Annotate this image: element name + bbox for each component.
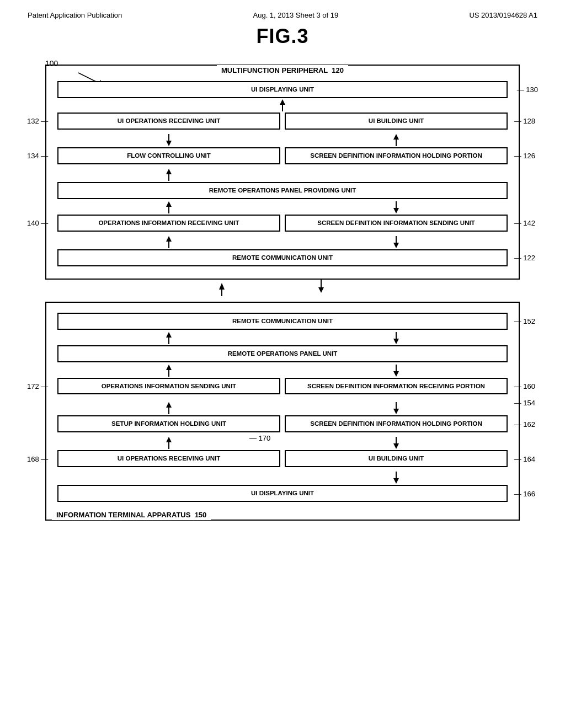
remote-ops-panel-unit-section: REMOTE OPERATIONS PANEL UNIT [57, 345, 508, 362]
remote-ops-panel-providing-block: REMOTE OPERATIONS PANEL PROVIDING UNIT [57, 182, 508, 199]
ref-152: — 152 [514, 317, 535, 325]
svg-marker-33 [393, 409, 399, 414]
screen-def-sending-block: SCREEN DEFINITION INFORMATION SENDING UN… [285, 215, 508, 232]
ref-162: — 162 [514, 420, 535, 428]
ref-172: 172 — [27, 382, 48, 390]
row-ops-screendefsend: OPERATIONS INFORMATION RECEIVING UNIT SC… [57, 215, 508, 232]
ui-displaying-unit-block: UI DISPLAYING UNIT [57, 81, 508, 98]
ref-126: — 126 [514, 152, 535, 160]
ui-building2-block: UI BUILDING UNIT [285, 450, 508, 467]
screen-def-holding-block: SCREEN DEFINITION INFORMATION HOLDING PO… [285, 147, 508, 164]
svg-marker-37 [393, 443, 399, 449]
ref-164: — 164 [514, 454, 535, 463]
svg-marker-29 [393, 371, 399, 377]
screen-def-receiving-block: SCREEN DEFINITION INFORMATION RECEIVING … [285, 378, 508, 395]
arrows-row3 [57, 201, 508, 213]
svg-marker-35 [166, 437, 172, 442]
row-ui-ops-uibuild: UI OPERATIONS RECEIVING UNIT UI BUILDING… [57, 113, 508, 130]
page-header: Patent Application Publication Aug. 1, 2… [22, 11, 543, 19]
svg-marker-15 [166, 236, 172, 242]
ui-ops-receiving-block: UI OPERATIONS RECEIVING UNIT [57, 113, 280, 130]
svg-marker-39 [393, 478, 399, 484]
svg-marker-31 [166, 402, 172, 408]
ui-building-block: UI BUILDING UNIT [285, 113, 508, 130]
ref-154: — 154 [514, 399, 535, 407]
row-setup-screendefhold: SETUP INFORMATION HOLDING UNIT SCREEN DE… [57, 415, 508, 432]
arrows-ita-row1 [57, 332, 508, 344]
ref-132: 132 — [27, 117, 48, 125]
header-right: US 2013/0194628 A1 [469, 11, 537, 19]
ref-160: — 160 [514, 382, 535, 390]
header-left: Patent Application Publication [28, 11, 122, 19]
ref-122: — 122 [514, 254, 535, 262]
arrows-between-boxes [51, 280, 514, 296]
arrows-ita-row3 [57, 402, 508, 414]
ref-134: 134 — [27, 152, 48, 160]
ref-142: — 142 [514, 219, 535, 227]
arrow-ui-display [57, 99, 508, 111]
screen-def-holding2-block: SCREEN DEFINITION INFORMATION HOLDING PO… [285, 415, 508, 432]
svg-marker-21 [318, 287, 324, 293]
remote-comm-upper-block: REMOTE COMMUNICATION UNIT [57, 249, 508, 266]
ita-label: INFORMATION TERMINAL APPARATUS 150 [52, 510, 211, 520]
diagram-wrapper: 100 MULTIFUNCTION PERIPHERAL 120 UI DISP… [45, 65, 520, 521]
arrows-row2 [57, 169, 508, 181]
svg-marker-11 [166, 201, 172, 207]
svg-marker-23 [166, 332, 172, 338]
ui-displaying-section: UI DISPLAYING UNIT — 130 [57, 81, 508, 98]
flow-controlling-block: FLOW CONTROLLING UNIT [57, 147, 280, 164]
ops-info-sending-block: OPERATIONS INFORMATION SENDING UNIT [57, 378, 280, 395]
remote-ops-panel-section: REMOTE OPERATIONS PANEL PROVIDING UNIT [57, 182, 508, 199]
remote-ops-panel-unit-block: REMOTE OPERATIONS PANEL UNIT [57, 345, 508, 362]
svg-marker-3 [280, 99, 285, 105]
mfp-outer-box: MULTIFUNCTION PERIPHERAL 120 UI DISPLAYI… [45, 65, 520, 280]
arrows-ita-row5 [57, 472, 508, 484]
ref-140: 140 — [27, 219, 48, 227]
ui-displaying2-section: UI DISPLAYING UNIT — 166 [57, 485, 508, 502]
row-uiops-uibuild2: UI OPERATIONS RECEIVING UNIT UI BUILDING… [57, 450, 508, 467]
row-flow-screendef: FLOW CONTROLLING UNIT SCREEN DEFINITION … [57, 147, 508, 164]
svg-marker-13 [393, 208, 399, 213]
mfp-label: MULTIFUNCTION PERIPHERAL 120 [217, 65, 348, 76]
ref-168: 168 — [27, 454, 48, 463]
ui-displaying2-block: UI DISPLAYING UNIT [57, 485, 508, 502]
svg-marker-9 [166, 169, 172, 174]
remote-comm-lower-section: REMOTE COMMUNICATION UNIT — 152 [57, 313, 508, 330]
ita-outer-box: REMOTE COMMUNICATION UNIT — 152 [45, 302, 520, 521]
header-middle: Aug. 1, 2013 Sheet 3 of 19 [253, 11, 339, 19]
arrows-row1 [57, 134, 508, 146]
svg-marker-17 [393, 243, 399, 248]
ref-166: — 166 [514, 489, 535, 497]
svg-marker-7 [393, 134, 399, 140]
ref-128: — 128 [514, 117, 535, 125]
svg-marker-19 [219, 283, 225, 290]
ref-170: — 170 [249, 434, 270, 442]
arrows-ita-row4 [57, 437, 508, 449]
ref-130: — 130 [517, 85, 538, 94]
svg-marker-27 [166, 365, 172, 370]
svg-marker-25 [393, 339, 399, 344]
setup-info-holding-block: SETUP INFORMATION HOLDING UNIT [57, 415, 280, 432]
ui-ops-receiving2-block: UI OPERATIONS RECEIVING UNIT [57, 450, 280, 467]
remote-comm-upper-section: REMOTE COMMUNICATION UNIT — 122 [57, 249, 508, 266]
ops-info-receiving-block: OPERATIONS INFORMATION RECEIVING UNIT [57, 215, 280, 232]
remote-comm-lower-block: REMOTE COMMUNICATION UNIT [57, 313, 508, 330]
arrows-ita-row2 [57, 365, 508, 377]
arrows-row4 [57, 236, 508, 248]
figure-title: FIG.3 [22, 25, 543, 48]
row-opsend-screendecrecv: OPERATIONS INFORMATION SENDING UNIT SCRE… [57, 378, 508, 395]
ref-154-spacer: — 154 [57, 399, 508, 401]
svg-marker-5 [166, 141, 172, 146]
